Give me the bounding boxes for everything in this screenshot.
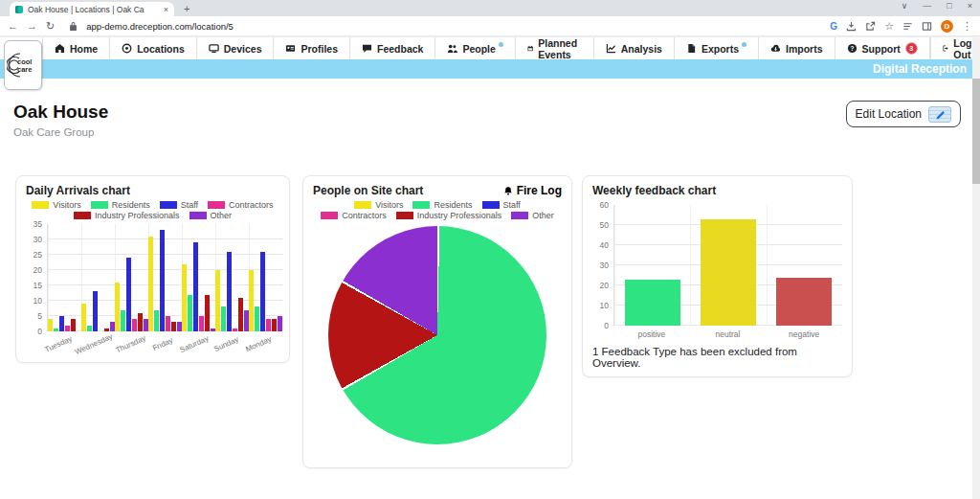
bar	[126, 258, 131, 331]
x-tick: Monday	[244, 335, 278, 368]
legend-item-visitors[interactable]: Visitors	[32, 200, 80, 210]
nav-label: People	[462, 43, 495, 55]
bar-group	[701, 205, 756, 326]
people-icon	[447, 43, 457, 54]
nav-item-people[interactable]: People	[435, 37, 515, 59]
bar	[93, 291, 98, 331]
bar	[154, 310, 159, 331]
bar	[71, 319, 76, 331]
bar	[255, 306, 259, 331]
bar	[233, 329, 237, 331]
tab-favicon-icon	[15, 6, 23, 13]
scrollbar-track[interactable]	[972, 36, 980, 499]
legend-item-industry-professionals[interactable]: Industry Professionals	[74, 211, 180, 220]
excluded-feedback-note: 1 Feedback Type has been excluded from O…	[592, 346, 842, 369]
compass-icon	[122, 43, 132, 54]
tab-close-icon[interactable]: ×	[164, 5, 168, 14]
forward-icon[interactable]: →	[27, 21, 37, 32]
share-icon[interactable]	[865, 21, 876, 32]
legend-item-visitors[interactable]: Visitors	[354, 200, 403, 210]
weekly-feedback-card: Weekly feedback chart 0102030405060 posi…	[582, 175, 853, 377]
new-tab-button[interactable]: +	[184, 3, 189, 14]
nav-label: Profiles	[301, 43, 338, 55]
bar	[205, 295, 210, 331]
nav-item-home[interactable]: Home	[42, 37, 110, 59]
legend-item-residents[interactable]: Residents	[91, 200, 150, 210]
reading-list-icon[interactable]	[902, 21, 913, 32]
bar-group	[215, 224, 249, 331]
x-tick: Friday	[151, 336, 180, 366]
legend-item-contractors[interactable]: Contractors	[321, 211, 387, 220]
y-tick: 0	[604, 321, 609, 330]
bar	[701, 219, 756, 326]
bookmark-star-icon[interactable]: ☆	[884, 21, 894, 32]
legend-item-other[interactable]: Other	[189, 211, 233, 220]
daily-arrivals-legend: VisitorsResidentsStaffContractorsIndustr…	[26, 200, 279, 220]
bar	[54, 329, 58, 331]
nav-item-profiles[interactable]: Profiles	[274, 37, 350, 59]
bar-group	[148, 224, 182, 331]
legend-item-other[interactable]: Other	[511, 211, 554, 220]
nav-item-analysis[interactable]: Analysis	[594, 37, 675, 59]
edit-location-button[interactable]: Edit Location	[846, 101, 961, 127]
nav-item-planned-events[interactable]: Planned Events	[516, 37, 594, 59]
browser-menu-icon[interactable]: ⋮	[962, 21, 972, 32]
nav-label: Exports	[702, 43, 739, 55]
window-maximize-icon[interactable]: □	[947, 1, 951, 11]
nav-label: Home	[70, 43, 98, 55]
legend-item-residents[interactable]: Residents	[412, 200, 472, 210]
bar	[272, 319, 277, 331]
bar	[115, 283, 120, 331]
window-minimize-icon[interactable]: —	[923, 1, 931, 11]
bar-group	[776, 205, 832, 326]
profile-avatar[interactable]: D	[941, 20, 953, 33]
reload-icon[interactable]: ↻	[46, 21, 55, 32]
y-tick: 30	[33, 235, 42, 244]
scrollbar-thumb[interactable]	[972, 79, 980, 184]
google-icon[interactable]: G	[830, 21, 837, 32]
bar	[87, 326, 92, 331]
bar	[121, 310, 125, 331]
browser-tab[interactable]: Oak House | Locations | Oak Ca ×	[10, 2, 174, 16]
bar	[215, 270, 220, 331]
window-chevron-icon[interactable]: ∨	[902, 1, 908, 11]
nav-label: Imports	[786, 43, 823, 55]
side-panel-icon[interactable]	[922, 21, 932, 32]
legend-item-staff[interactable]: Staff	[160, 200, 198, 210]
x-tick: positive	[637, 329, 665, 339]
nav-label: Planned Events	[538, 37, 581, 60]
legend-item-staff[interactable]: Staff	[482, 200, 521, 210]
nav-item-locations[interactable]: Locations	[110, 37, 197, 59]
y-tick: 50	[600, 220, 609, 230]
bar	[227, 252, 232, 331]
nav-item-imports[interactable]: Imports	[759, 37, 835, 59]
window-close-icon[interactable]: ×	[968, 1, 972, 11]
legend-item-industry-professionals[interactable]: Industry Professionals	[396, 211, 502, 220]
bar	[59, 316, 64, 331]
bar	[138, 313, 143, 331]
lock-icon[interactable]	[69, 21, 78, 32]
nav-item-support[interactable]: ? Support 3	[835, 37, 930, 59]
nav-label: Analysis	[621, 43, 662, 55]
y-tick: 10	[33, 296, 42, 306]
bar-group	[48, 224, 81, 331]
app-title: Digital Reception	[873, 62, 967, 76]
people-on-site-legend: VisitorsResidentsStaffContractorsIndustr…	[313, 200, 562, 220]
save-offline-icon[interactable]	[846, 21, 857, 32]
back-icon[interactable]: ←	[8, 21, 18, 32]
bar	[260, 252, 265, 331]
nav-label: Support	[862, 43, 901, 55]
bar	[182, 264, 187, 331]
legend-item-contractors[interactable]: Contractors	[208, 200, 274, 210]
fire-log-button[interactable]: Fire Log	[503, 184, 562, 197]
nav-item-feedback[interactable]: Feedback	[350, 37, 435, 59]
bar	[81, 304, 86, 331]
calendar-icon	[527, 43, 533, 54]
page-title: Oak House	[13, 102, 108, 123]
bar	[238, 298, 243, 331]
bar	[166, 316, 170, 331]
y-tick: 10	[600, 301, 609, 310]
url-text[interactable]: app-demo.dreception.com/location/5	[86, 21, 821, 32]
nav-item-exports[interactable]: Exports	[675, 37, 759, 59]
nav-item-devices[interactable]: Devices	[197, 37, 275, 59]
